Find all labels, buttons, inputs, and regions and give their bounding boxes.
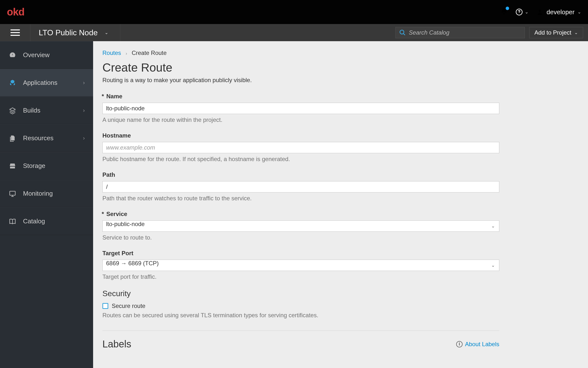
page-title: Create Route — [102, 61, 579, 74]
notification-dot — [506, 7, 509, 10]
chevron-right-icon: › — [83, 135, 85, 141]
target-port-label: Target Port — [102, 250, 499, 257]
catalog-search[interactable] — [395, 27, 525, 38]
add-to-project-button[interactable]: Add to Project ⌄ — [529, 27, 583, 38]
chevron-right-icon: › — [83, 80, 85, 86]
book-icon — [8, 217, 17, 226]
user-icon — [536, 8, 544, 16]
info-icon: i — [456, 341, 463, 347]
files-icon — [8, 134, 17, 142]
caret-down-icon: ⌄ — [525, 9, 528, 15]
hostname-label: Hostname — [102, 132, 499, 139]
sidebar-item-builds[interactable]: Builds › — [0, 97, 93, 124]
path-help: Path that the router watches to route tr… — [102, 195, 499, 202]
sidebar-item-label: Resources — [23, 134, 77, 142]
layers-icon — [8, 106, 17, 115]
caret-down-icon: ⌄ — [105, 30, 108, 35]
svg-point-1 — [519, 13, 519, 14]
breadcrumb-current: Create Route — [132, 50, 167, 56]
hamburger-icon — [11, 28, 20, 38]
path-input[interactable] — [102, 181, 499, 192]
name-label: * Name — [102, 93, 499, 100]
caret-down-icon: ⌄ — [574, 30, 578, 35]
sidebar-item-label: Overview — [23, 51, 85, 59]
sidebar-item-label: Catalog — [23, 217, 85, 225]
sidebar-item-applications[interactable]: Applications › — [0, 69, 93, 97]
security-help: Routes can be secured using several TLS … — [102, 312, 499, 319]
monitor-icon — [8, 190, 17, 198]
main-content: Routes › Create Route Create Route Routi… — [93, 41, 588, 368]
svg-rect-5 — [10, 191, 15, 195]
secure-route-label: Secure route — [112, 303, 145, 309]
about-labels-link[interactable]: i About Labels — [456, 341, 499, 348]
service-help: Service to route to. — [102, 234, 499, 241]
sidebar-item-monitoring[interactable]: Monitoring — [0, 180, 93, 207]
sidebar-item-label: Monitoring — [23, 190, 85, 197]
project-selector[interactable]: LTO Public Node ⌄ — [30, 24, 120, 41]
user-label: developer — [547, 8, 575, 16]
sidebar-item-storage[interactable]: Storage — [0, 152, 93, 180]
divider — [102, 330, 499, 331]
notifications-button[interactable] — [500, 8, 508, 16]
help-icon — [515, 8, 523, 16]
sidebar-item-label: Applications — [23, 79, 77, 87]
dashboard-icon — [8, 51, 17, 59]
sidebar-item-resources[interactable]: Resources › — [0, 124, 93, 152]
about-labels-text: About Labels — [465, 341, 499, 348]
add-to-project-label: Add to Project — [534, 29, 571, 36]
caret-down-icon: ⌄ — [577, 9, 581, 15]
secure-route-checkbox[interactable] — [102, 303, 108, 309]
hdd-icon — [8, 162, 17, 170]
service-label: * Service — [102, 211, 499, 217]
sidebar-item-catalog[interactable]: Catalog — [0, 207, 93, 235]
name-input[interactable] — [102, 103, 499, 114]
breadcrumb: Routes › Create Route — [102, 50, 579, 56]
sidebar: Overview Applications › Builds › Resourc… — [0, 41, 93, 368]
help-menu[interactable]: ⌄ — [515, 8, 528, 16]
project-name: LTO Public Node — [39, 28, 98, 37]
name-help: A unique name for the route within the p… — [102, 116, 499, 123]
hostname-input[interactable] — [102, 142, 499, 153]
breadcrumb-parent-link[interactable]: Routes — [102, 50, 121, 56]
security-heading: Security — [102, 289, 499, 298]
search-input[interactable] — [409, 29, 521, 36]
breadcrumb-separator-icon: › — [126, 51, 127, 56]
svg-line-4 — [404, 33, 405, 35]
nav-toggle-button[interactable] — [0, 24, 30, 41]
target-port-help: Target port for traffic. — [102, 273, 499, 280]
target-port-select[interactable]: 6869 → 6869 (TCP) — [102, 260, 499, 271]
cubes-icon — [8, 79, 17, 87]
svg-point-2 — [539, 10, 541, 12]
search-icon — [399, 29, 406, 36]
hostname-help: Public hostname for the route. If not sp… — [102, 156, 499, 163]
svg-point-3 — [400, 30, 404, 34]
masthead: okd ⌄ developer ⌄ — [0, 0, 588, 24]
service-select[interactable]: lto-public-node — [102, 220, 499, 232]
user-menu[interactable]: developer ⌄ — [536, 8, 581, 16]
logo: okd — [7, 6, 24, 18]
sidebar-item-label: Storage — [23, 162, 85, 170]
labels-heading: Labels — [102, 339, 456, 350]
sidebar-item-overview[interactable]: Overview — [0, 41, 93, 69]
path-label: Path — [102, 171, 499, 178]
context-bar: LTO Public Node ⌄ Add to Project ⌄ — [0, 24, 588, 41]
page-description: Routing is a way to make your applicatio… — [102, 77, 579, 84]
sidebar-item-label: Builds — [23, 107, 77, 114]
chevron-right-icon: › — [83, 107, 85, 114]
